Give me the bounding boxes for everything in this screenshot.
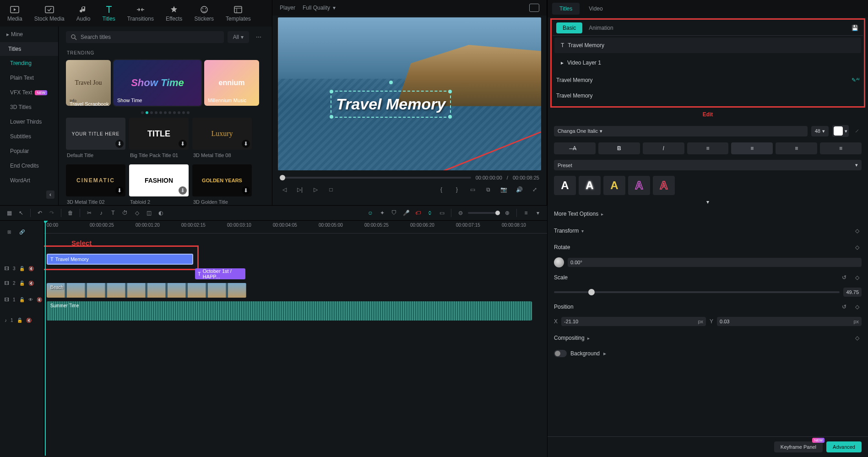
preset-2[interactable]: A bbox=[579, 176, 601, 195]
cat-plain[interactable]: Plain Text bbox=[0, 71, 58, 85]
preset-4[interactable]: A bbox=[628, 176, 650, 195]
marker-icon[interactable]: 🏷 bbox=[413, 208, 423, 218]
speed-icon[interactable]: ⏱ bbox=[120, 208, 130, 218]
strikethrough-button[interactable]: ̶A̶ bbox=[554, 142, 596, 154]
timeline-tracks[interactable]: 00:00 00:00:00:25 00:00:01:20 00:00:02:1… bbox=[44, 221, 547, 456]
redo-icon[interactable]: ↷ bbox=[47, 208, 56, 218]
cat-3d[interactable]: 3D Titles bbox=[0, 100, 58, 114]
trending-card-1[interactable]: Travel Jou Info Travel Scrapbook bbox=[66, 60, 111, 106]
mark-out-icon[interactable]: } bbox=[452, 185, 461, 194]
collapse-sidebar[interactable]: ‹ bbox=[0, 188, 58, 201]
download-icon[interactable]: ⬇ bbox=[179, 140, 187, 148]
clip-audio[interactable]: Summer Time bbox=[47, 301, 532, 321]
list-icon[interactable]: ≡ bbox=[521, 208, 531, 218]
keyframe-panel-button[interactable]: Keyframe Panel bbox=[774, 441, 823, 452]
keyframe-dot-icon[interactable]: ◇ bbox=[852, 273, 862, 282]
advanced-button[interactable]: Advanced bbox=[826, 441, 862, 452]
chevron-down-icon[interactable]: ▾ bbox=[533, 208, 542, 218]
trending-card-3[interactable]: ennium Millennium Music bbox=[204, 60, 259, 106]
rotate-value[interactable]: 0.00° bbox=[568, 258, 862, 267]
prop-tab-video[interactable]: Video bbox=[581, 3, 610, 15]
mine-folder[interactable]: ▸Mine bbox=[0, 27, 58, 42]
volume-icon[interactable]: 🔊 bbox=[515, 185, 524, 194]
download-icon[interactable]: ⬇ bbox=[242, 140, 250, 148]
mute-icon[interactable]: 🔇 bbox=[28, 281, 34, 286]
preset-1[interactable]: A bbox=[554, 176, 576, 195]
prop-tab-titles[interactable]: Titles bbox=[552, 3, 580, 15]
reset-icon[interactable]: ↺ bbox=[840, 302, 849, 311]
mute-icon[interactable]: 🔇 bbox=[28, 266, 34, 271]
align-left-button[interactable]: ≡ bbox=[687, 142, 729, 154]
player-scrubber[interactable] bbox=[280, 177, 471, 179]
lock-icon[interactable]: 🔓 bbox=[19, 281, 25, 286]
titles-folder[interactable]: Titles bbox=[0, 42, 58, 56]
italic-button[interactable]: I bbox=[643, 142, 684, 154]
keyframe-dot-icon[interactable]: ◇ bbox=[852, 226, 862, 235]
shield-icon[interactable]: ⛉ bbox=[390, 208, 399, 218]
layer-text[interactable]: T Travel Memory bbox=[554, 38, 861, 53]
download-icon[interactable]: ⬇ bbox=[115, 186, 124, 195]
clip-title[interactable]: T Travel Memory bbox=[47, 254, 193, 265]
cat-vfx[interactable]: VFX TextNEW bbox=[0, 85, 58, 100]
keyframe-dot-icon[interactable]: ◇ bbox=[852, 333, 862, 343]
cat-trending[interactable]: Trending bbox=[0, 56, 58, 71]
color-picker[interactable]: ▾ bbox=[832, 125, 849, 137]
title-cell-6[interactable]: GOLDEN YEARS⬇ 3D Golden Title bbox=[192, 164, 252, 206]
player-viewport[interactable]: Travel Memory bbox=[278, 17, 541, 170]
scale-value[interactable]: 49.75 bbox=[843, 288, 862, 297]
reset-icon[interactable]: ↺ bbox=[840, 273, 849, 282]
title-cell-5[interactable]: FASHION⬇ Tabloid 2 bbox=[129, 164, 189, 206]
expand-presets-button[interactable]: ▾ bbox=[554, 198, 862, 206]
tab-titles[interactable]: Titles bbox=[98, 3, 119, 24]
track-audio[interactable]: Summer Time bbox=[44, 299, 547, 322]
more-text-options[interactable]: More Text Options▸ bbox=[554, 206, 862, 222]
zoom-slider[interactable] bbox=[468, 212, 500, 214]
font-size-select[interactable]: 48▾ bbox=[811, 126, 829, 136]
cat-popular[interactable]: Popular bbox=[0, 144, 58, 158]
pointer-icon[interactable]: ↖ bbox=[16, 208, 26, 218]
cut-icon[interactable]: ✂ bbox=[85, 208, 94, 218]
prev-frame-icon[interactable]: ◁ bbox=[280, 185, 289, 194]
link-icon[interactable]: 🔗 bbox=[17, 227, 27, 236]
track-2[interactable]: T October 1st / HAPP... bbox=[44, 267, 547, 281]
font-family-select[interactable]: Changa One Italic▾ bbox=[554, 126, 808, 136]
download-icon[interactable]: ⬇ bbox=[115, 140, 124, 148]
tab-templates[interactable]: Templates bbox=[221, 3, 255, 24]
compare-icon[interactable]: ▭ bbox=[468, 185, 477, 194]
music-icon[interactable]: ♪ bbox=[97, 208, 106, 218]
cat-wordart[interactable]: WordArt bbox=[0, 173, 58, 188]
group-header[interactable]: Travel Memory ✎ᴬᴵ bbox=[553, 72, 863, 88]
snapshot-preview-icon[interactable] bbox=[529, 4, 539, 12]
cat-lower[interactable]: Lower Thirds bbox=[0, 114, 58, 129]
second-monitor-icon[interactable]: ⧉ bbox=[483, 185, 493, 194]
crop-icon[interactable]: ◫ bbox=[144, 208, 153, 218]
tab-transitions[interactable]: Transitions bbox=[123, 3, 158, 24]
mask-icon[interactable]: ◐ bbox=[156, 208, 165, 218]
position-x[interactable]: -21.10 px bbox=[561, 317, 706, 326]
transform-section[interactable]: Transform▾ ◇ bbox=[554, 222, 862, 240]
text-icon[interactable]: T bbox=[108, 208, 118, 218]
time-ruler[interactable]: 00:00 00:00:00:25 00:00:01:20 00:00:02:1… bbox=[44, 221, 547, 234]
ai-icon[interactable]: ☺ bbox=[366, 208, 375, 218]
undo-icon[interactable]: ↶ bbox=[35, 208, 44, 218]
track-head-a1[interactable]: ♪1 🔓🔇 bbox=[0, 309, 43, 332]
play-back-icon[interactable]: ▷| bbox=[295, 185, 304, 194]
clip-video[interactable]: Beach bbox=[47, 283, 246, 298]
lock-icon[interactable]: 🔓 bbox=[19, 297, 25, 302]
tab-effects[interactable]: Effects bbox=[161, 3, 187, 24]
fullscreen-icon[interactable]: ⤢ bbox=[530, 185, 539, 194]
enhance-icon[interactable]: ✦ bbox=[378, 208, 387, 218]
subtab-basic[interactable]: Basic bbox=[556, 22, 582, 33]
grid-icon[interactable]: ▦ bbox=[5, 208, 14, 218]
title-cell-3[interactable]: Luxury⬇ 3D Metal Title 08 bbox=[192, 118, 252, 161]
align-center-button[interactable]: ≡ bbox=[731, 142, 773, 154]
title-cell-1[interactable]: YOUR TITLE HERE⬇ Default Title bbox=[66, 118, 125, 161]
tab-stock[interactable]: Stock Media bbox=[30, 3, 69, 24]
preset-5[interactable]: A bbox=[653, 176, 675, 195]
layer-video[interactable]: ▸ Video Layer 1 bbox=[554, 55, 861, 71]
lock-icon[interactable]: 🔓 bbox=[19, 266, 25, 271]
carousel-dots[interactable] bbox=[66, 108, 265, 118]
keyframe-dot-icon[interactable]: ◇ bbox=[852, 243, 862, 252]
trending-card-2[interactable]: Show Time Show Time bbox=[114, 60, 201, 106]
cat-end[interactable]: End Credits bbox=[0, 158, 58, 173]
